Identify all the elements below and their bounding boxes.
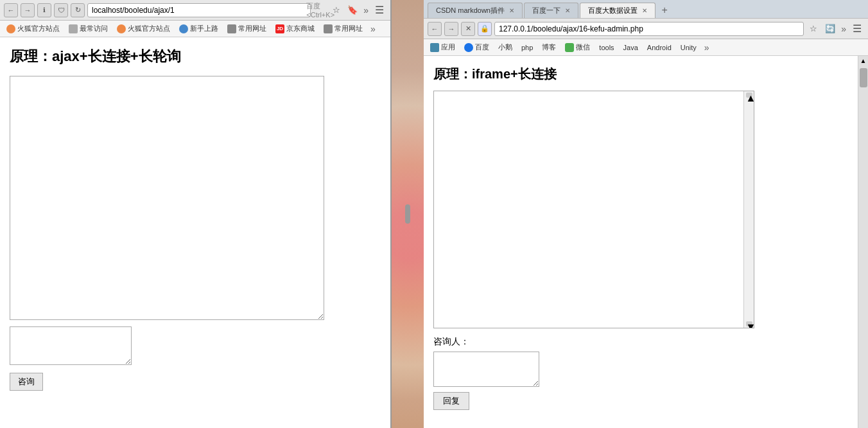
bookmarks-overflow-left[interactable]: » [369,24,377,34]
baidu-icon [464,43,473,52]
bm-xiaoe[interactable]: 小鹅 [496,41,515,53]
star-button[interactable]: ☆ [329,3,343,17]
right-content-area: 原理：iframe+长连接 ▲ ▼ ◀ ▶ [424,56,868,428]
forward-button-right[interactable]: → [444,22,458,36]
bookmark-common1[interactable]: 常用网址 [225,22,269,35]
left-chat-box[interactable] [10,76,324,320]
scroll-up-arrow[interactable]: ▲ [746,93,752,98]
tab-close-active[interactable]: ✕ [642,7,647,14]
left-input-area[interactable] [10,326,132,365]
common-icon [227,24,236,33]
bm-android[interactable]: Android [645,42,674,53]
bookmarks-bar-right: 应用 百度 小鹅 php 博客 微信 tools Java Android Un… [424,39,868,56]
search-button[interactable]: 百度 <Ctrl+K> [313,3,327,17]
tab-active[interactable]: 百度大数据设置 ✕ [580,3,655,18]
frequent-icon [69,24,78,33]
bookmark-newbie[interactable]: 新手上路 [177,22,221,35]
tab-close-baidu[interactable]: ✕ [565,7,570,14]
scroll-down-arrow[interactable]: ▼ [746,321,752,326]
right-page-content: 原理：iframe+长连接 ▲ ▼ ◀ ▶ [424,56,858,428]
right-page-scrollbar[interactable]: ▲ [858,56,868,428]
toolbar-icons-left: 百度 <Ctrl+K> ☆ 🔖 [313,3,360,17]
bm-apps[interactable]: 应用 [428,41,458,53]
common-icon2 [324,24,333,33]
shield-icon: 🛡 [54,3,68,17]
bm-tools[interactable]: tools [596,42,616,53]
bm-java[interactable]: Java [621,42,641,53]
chat-hscrollbar[interactable]: ◀ ▶ [434,328,754,328]
bookmark-frequent[interactable]: 最常访问 [66,22,110,35]
menu-button-right[interactable]: ☰ [850,22,864,35]
jd-icon: JD [275,24,284,33]
fox-icon2 [117,24,126,33]
resize-handle[interactable] [405,204,410,224]
forward-button[interactable]: → [21,3,35,17]
menu-button-left[interactable]: ☰ [372,4,386,16]
reload-button[interactable]: ↻ [71,3,85,17]
left-chat-content [10,76,324,83]
bookmark-huli1[interactable]: 火狐官方站点 [4,22,62,35]
right-toolbar: ← → ✕ 🔒 127.0.0.1/booledu/ajax/16-kefu-a… [424,19,868,39]
bookmarks-bar-left: 火狐官方站点 最常访问 火狐官方站点 新手上路 常用网址 JD 京东商城 常用网… [0,21,390,37]
bookmark-huli2[interactable]: 火狐官方站点 [114,22,173,35]
right-browser-window: CSDN markdown插件 ✕ 百度一下 ✕ 百度大数据设置 ✕ + ← →… [424,0,868,428]
bm-blog[interactable]: 博客 [539,41,559,53]
page-scroll-thumb[interactable] [860,68,867,87]
bookmark-jd[interactable]: JD 京东商城 [273,22,317,35]
newbie-icon [179,24,188,33]
left-page-content: 原理：ajax+长连接+长轮询 咨询 [0,37,390,428]
security-icon: ℹ [37,3,51,17]
send-button-left[interactable]: 咨询 [10,373,43,391]
tab-csdn[interactable]: CSDN markdown插件 ✕ [428,3,523,18]
secure-icon-right: 🔒 [478,22,492,36]
bookmark-button[interactable]: 🔖 [345,3,360,17]
tabs-bar-right: CSDN markdown插件 ✕ 百度一下 ✕ 百度大数据设置 ✕ + [424,0,868,19]
bookmarks-overflow-right[interactable]: » [703,42,711,53]
tab-close-csdn[interactable]: ✕ [509,7,514,14]
bm-php[interactable]: php [519,42,535,53]
bookmark-common2[interactable]: 常用网址 [321,22,365,35]
divider-area [392,0,424,428]
back-button-right[interactable]: ← [428,22,442,36]
consultant-input[interactable] [433,352,539,387]
bm-baidu[interactable]: 百度 [462,41,492,53]
page-scroll-up[interactable]: ▲ [859,56,868,66]
right-chat-box[interactable]: ▲ ▼ ◀ ▶ [433,91,754,328]
url-bar-left[interactable]: localhost/booledu/ajax/1 [87,3,311,17]
left-toolbar: ← → ℹ 🛡 ↻ localhost/booledu/ajax/1 百度 <C… [0,0,390,21]
reply-button[interactable]: 回复 [433,392,469,410]
refresh-button-right[interactable]: 🔄 [823,22,837,36]
bm-unity[interactable]: Unity [678,42,699,53]
bm-wechat[interactable]: 微信 [562,41,593,53]
right-chat-content [434,91,743,328]
consultant-label: 咨询人： [433,336,848,348]
tab-baidu[interactable]: 百度一下 ✕ [524,3,578,18]
star-button-right[interactable]: ☆ [806,22,820,36]
left-browser-window: ← → ℹ 🛡 ↻ localhost/booledu/ajax/1 百度 <C… [0,0,392,428]
right-chat-inner: ▲ ▼ [434,91,754,328]
back-button[interactable]: ← [4,3,18,17]
fox-icon [6,24,15,33]
close-button-right[interactable]: ✕ [461,22,475,36]
chat-scrollbar[interactable]: ▲ ▼ [743,91,754,328]
wechat-icon [565,43,574,52]
right-page-title: 原理：iframe+长连接 [433,66,848,83]
left-page-title: 原理：ajax+长连接+长轮询 [10,47,381,66]
overflow-button-right[interactable]: » [840,24,847,34]
overflow-button-left[interactable]: » [362,5,370,15]
url-bar-right[interactable]: 127.0.0.1/booledu/ajax/16-kefu-admin.php [494,22,804,36]
new-tab-button[interactable]: + [658,3,671,18]
apps-icon [430,43,439,52]
